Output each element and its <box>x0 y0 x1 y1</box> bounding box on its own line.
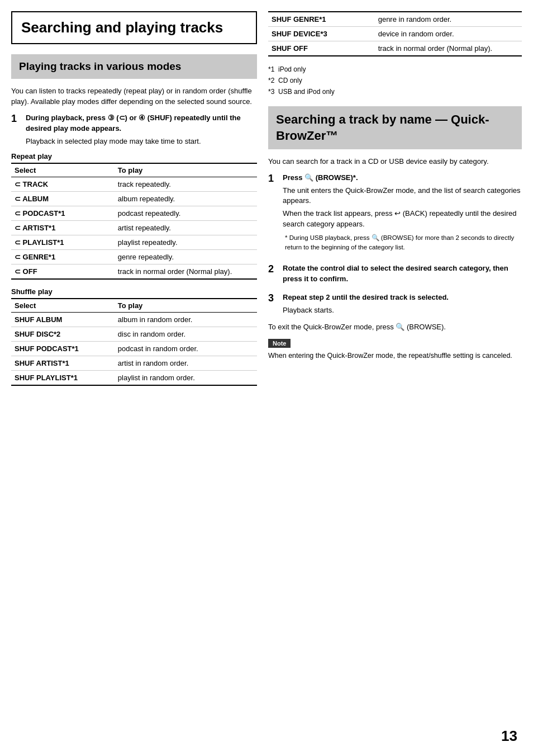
browse-step2-content: Rotate the control dial to select the de… <box>283 263 522 287</box>
section2-title: Searching a track by name — Quick-BrowZe… <box>276 112 514 144</box>
select-cell: SHUF ALBUM <box>11 313 115 327</box>
select-cell: SHUF ARTIST*1 <box>11 356 115 371</box>
step1-content: During playback, press ③ (⊂) or ④ (SHUF)… <box>26 113 257 147</box>
play-cell: genre in random order. <box>375 12 522 27</box>
table-row: ⊂ ARTIST*1artist repeatedly. <box>11 221 257 235</box>
browse-step1-main: Press 🔍 (BROWSE)*. <box>283 173 522 183</box>
table-row: SHUF GENRE*1genre in random order. <box>268 12 522 27</box>
footnote-2: *2 CD only <box>268 75 522 86</box>
browse-step1-sub1: The unit enters the Quick-BrowZer mode, … <box>283 186 522 207</box>
step1-number: 1 <box>11 113 21 147</box>
shuffle-label: Shuffle play <box>11 287 257 296</box>
table-row: ⊂ PODCAST*1podcast repeatedly. <box>11 206 257 221</box>
footnote-1: *1 iPod only <box>268 64 522 74</box>
browse-step2-main: Rotate the control dial to select the de… <box>283 263 522 285</box>
table-row: ⊂ OFFtrack in normal order (Normal play)… <box>11 264 257 280</box>
shuffle-col2: To play <box>115 299 257 313</box>
step1-sub: Playback in selected play mode may take … <box>26 136 257 147</box>
section1-intro: You can listen to tracks repeatedly (rep… <box>11 86 257 107</box>
browse-step3-number: 3 <box>268 292 278 316</box>
browse-step2: 2 Rotate the control dial to select the … <box>268 263 522 287</box>
browse-step1-number: 1 <box>268 173 278 258</box>
footnote-3: *3 USB and iPod only <box>268 87 522 97</box>
browse-step2-number: 2 <box>268 263 278 287</box>
play-cell: album repeatedly. <box>115 192 257 206</box>
right-column: SHUF GENRE*1genre in random order.SHUF D… <box>268 11 522 745</box>
browse-step3: 3 Repeat step 2 until the desired track … <box>268 292 522 316</box>
title-box: Searching and playing tracks <box>11 11 257 44</box>
browse-step1-sub2: When the track list appears, press ↩ (BA… <box>283 209 522 230</box>
table-row: SHUF PLAYLIST*1playlist in random order. <box>11 371 257 386</box>
section1-header-box: Playing tracks in various modes <box>11 54 257 79</box>
select-cell: ⊂ PLAYLIST*1 <box>11 235 115 250</box>
select-cell: SHUF PLAYLIST*1 <box>11 371 115 386</box>
play-cell: podcast in random order. <box>115 342 257 356</box>
step1-main: During playback, press ③ (⊂) or ④ (SHUF)… <box>26 113 257 134</box>
repeat-table: Select To play ⊂ TRACKtrack repeatedly.⊂… <box>11 163 257 280</box>
play-cell: playlist in random order. <box>115 371 257 386</box>
play-cell: playlist repeatedly. <box>115 235 257 250</box>
play-cell: podcast repeatedly. <box>115 206 257 221</box>
play-cell: genre repeatedly. <box>115 250 257 264</box>
page-number: 13 <box>501 727 517 745</box>
repeat-col1: Select <box>11 163 115 177</box>
repeat-col2: To play <box>115 163 257 177</box>
shuffle-col1: Select <box>11 299 115 313</box>
play-cell: artist repeatedly. <box>115 221 257 235</box>
repeat-label: Repeat play <box>11 152 257 160</box>
browse-step3-main: Repeat step 2 until the desired track is… <box>283 292 522 303</box>
play-cell: album in random order. <box>115 313 257 327</box>
play-cell: disc in random order. <box>115 327 257 342</box>
table-row: SHUF DEVICE*3device in random order. <box>268 27 522 41</box>
table-row: ⊂ GENRE*1genre repeatedly. <box>11 250 257 264</box>
browse-step1-content: Press 🔍 (BROWSE)*. The unit enters the Q… <box>283 173 522 258</box>
browse-step1-asterisk: * During USB playback, press 🔍 (BROWSE) … <box>283 233 522 253</box>
shuffle-cont-table: SHUF GENRE*1genre in random order.SHUF D… <box>268 11 522 56</box>
table-row: SHUF DISC*2disc in random order. <box>11 327 257 342</box>
play-cell: artist in random order. <box>115 356 257 371</box>
note-text: When entering the Quick-BrowZer mode, th… <box>268 351 522 361</box>
main-title: Searching and playing tracks <box>21 19 247 36</box>
play-cell: track in normal order (Normal play). <box>115 264 257 280</box>
footnotes: *1 iPod only *2 CD only *3 USB and iPod … <box>268 64 522 97</box>
table-row: SHUF PODCAST*1podcast in random order. <box>11 342 257 356</box>
table-row: SHUF OFFtrack in normal order (Normal pl… <box>268 41 522 56</box>
play-cell: track in normal order (Normal play). <box>375 41 522 56</box>
left-column: Searching and playing tracks Playing tra… <box>11 11 257 745</box>
step1: 1 During playback, press ③ (⊂) or ④ (SHU… <box>11 113 257 147</box>
browse-step1: 1 Press 🔍 (BROWSE)*. The unit enters the… <box>268 173 522 258</box>
select-cell: ⊂ GENRE*1 <box>11 250 115 264</box>
select-cell: SHUF GENRE*1 <box>268 12 375 27</box>
select-cell: ⊂ PODCAST*1 <box>11 206 115 221</box>
table-row: ⊂ PLAYLIST*1playlist repeatedly. <box>11 235 257 250</box>
browse-step3-content: Repeat step 2 until the desired track is… <box>283 292 522 316</box>
select-cell: ⊂ OFF <box>11 264 115 280</box>
section2-intro: You can search for a track in a CD or US… <box>268 156 522 167</box>
play-cell: device in random order. <box>375 27 522 41</box>
exit-text: To exit the Quick-BrowZer mode, press 🔍 … <box>268 322 522 333</box>
section1-title: Playing tracks in various modes <box>19 60 249 73</box>
select-cell: SHUF OFF <box>268 41 375 56</box>
select-cell: SHUF DISC*2 <box>11 327 115 342</box>
select-cell: SHUF DEVICE*3 <box>268 27 375 41</box>
note-label: Note <box>268 339 291 348</box>
table-row: SHUF ALBUMalbum in random order. <box>11 313 257 327</box>
select-cell: ⊂ ALBUM <box>11 192 115 206</box>
section2-header-box: Searching a track by name — Quick-BrowZe… <box>268 106 522 149</box>
browse-step3-sub: Playback starts. <box>283 305 522 316</box>
select-cell: SHUF PODCAST*1 <box>11 342 115 356</box>
play-cell: track repeatedly. <box>115 177 257 192</box>
table-row: ⊂ ALBUMalbum repeatedly. <box>11 192 257 206</box>
select-cell: ⊂ ARTIST*1 <box>11 221 115 235</box>
table-row: SHUF ARTIST*1artist in random order. <box>11 356 257 371</box>
select-cell: ⊂ TRACK <box>11 177 115 192</box>
note-box: Note When entering the Quick-BrowZer mod… <box>268 339 522 361</box>
shuffle-table: Select To play SHUF ALBUMalbum in random… <box>11 298 257 386</box>
table-row: ⊂ TRACKtrack repeatedly. <box>11 177 257 192</box>
